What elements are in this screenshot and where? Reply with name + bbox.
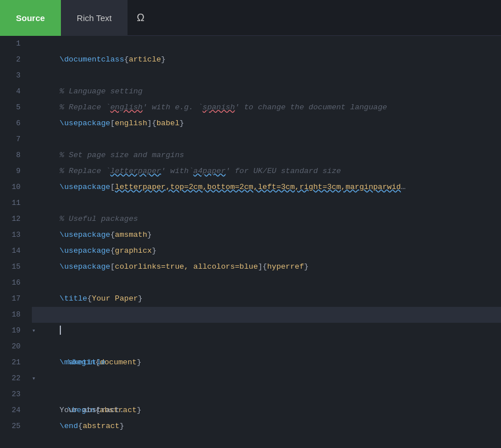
code-line-17: \author{You} [32,291,501,307]
line-numbers: 1 2 3 4 5 6 7 8 9 10 11 12 13 14 15 16 1… [0,36,27,448]
line-num-1: 1 [0,36,20,52]
line-num-4: 4 [0,84,20,100]
code-line-10 [32,179,501,195]
line-num-5: 5 [0,100,20,116]
code-line-1: \documentclass{article} [32,36,501,52]
fold-arrow-19[interactable]: ▾ [32,323,36,339]
line-num-18: 18 [0,307,20,323]
code-line-19: ▾ \begin{document} [32,323,501,339]
tab-source[interactable]: Source [0,0,61,36]
line-num-12: 12 [0,211,20,227]
line-num-15: 15 [0,259,20,275]
code-line-18 [32,307,501,323]
code-area[interactable]: \documentclass{article} % Language setti… [27,36,501,448]
code-line-20: \maketitle [32,339,501,355]
line-num-24: 24 [0,402,20,418]
line-num-3: 3 [0,68,20,84]
code-line-15 [32,259,501,275]
line-num-25: 25 [0,418,20,434]
line-num-9: 9 [0,163,20,179]
line-num-22: 22 [0,371,20,387]
code-line-14: \usepackage[colorlinks=true, allcolors=b… [32,243,501,259]
line-num-17: 17 [0,291,20,307]
code-line-5: \usepackage[english]{babel} [32,100,501,116]
code-line-12: \usepackage{amsmath} [32,211,501,227]
code-line-7: % Set page size and margins [32,131,501,147]
line-num-7: 7 [0,131,20,147]
code-line-3: % Language setting [32,68,501,84]
line-num-13: 13 [0,227,20,243]
code-line-11: % Useful packages [32,195,501,211]
line-num-14: 14 [0,243,20,259]
code-line-16: \title{Your Paper} [32,275,501,291]
line-num-16: 16 [0,275,20,291]
line-num-6: 6 [0,116,20,131]
line-num-21: 21 [0,355,20,371]
tab-omega[interactable]: Ω [128,0,153,36]
line-num-11: 11 [0,195,20,211]
code-line-24: \end{abstract} [32,402,501,418]
editor: 1 2 3 4 5 6 7 8 9 10 11 12 13 14 15 16 1… [0,36,501,448]
line-num-8: 8 [0,147,20,163]
line-num-19: 19 [0,323,20,339]
code-line-23: Your abstract. [32,387,501,402]
line-num-23: 23 [0,387,20,402]
code-line-21 [32,355,501,371]
tab-richtext[interactable]: Rich Text [61,0,128,36]
code-line-22: ▾ \begin{abstract} [32,371,501,387]
code-line-25 [32,418,501,434]
code-line-8: % Replace `letterpaper' with`a4paper' fo… [32,147,501,163]
code-line-6 [32,116,501,131]
code-line-9: \usepackage[letterpaper,top=2cm,bottom=2… [32,163,501,179]
line-num-20: 20 [0,339,20,355]
code-line-4: % Replace `english' with e.g. `spanish' … [32,84,501,100]
tab-bar: Source Rich Text Ω [0,0,501,36]
line-num-10: 10 [0,179,20,195]
code-line-2 [32,52,501,68]
code-line-13: \usepackage{graphicx} [32,227,501,243]
fold-arrow-22[interactable]: ▾ [32,371,36,387]
line-num-2: 2 [0,52,20,68]
